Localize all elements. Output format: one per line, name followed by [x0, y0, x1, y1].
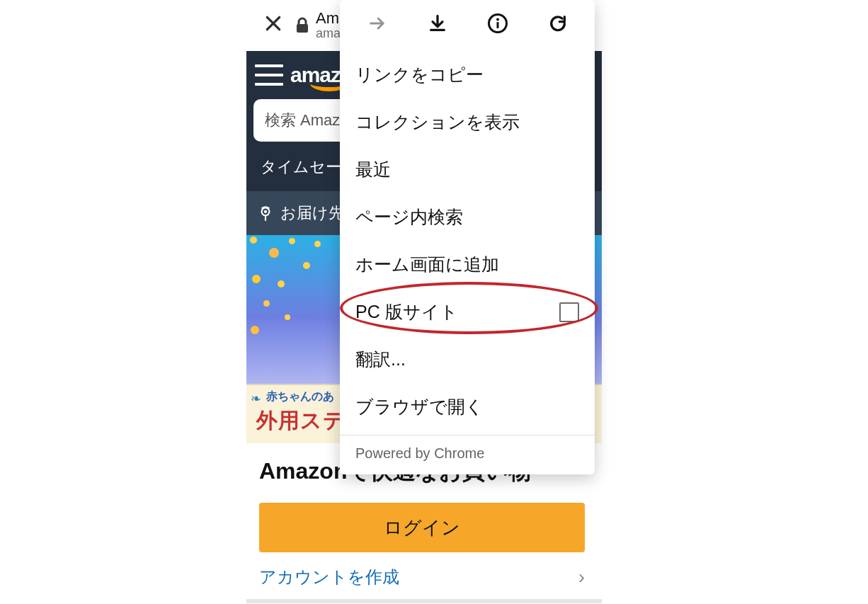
download-icon[interactable] — [418, 7, 457, 40]
menu-footer: Powered by Chrome — [340, 435, 595, 474]
menu-translate[interactable]: 翻訳... — [340, 336, 595, 383]
login-button[interactable]: ログイン — [259, 503, 585, 552]
leaf-icon: ❧ — [251, 391, 261, 406]
info-icon[interactable] — [478, 7, 518, 40]
forward-icon[interactable] — [358, 7, 397, 40]
divider — [246, 599, 602, 603]
desktop-site-checkbox[interactable] — [559, 302, 579, 322]
svg-rect-0 — [297, 24, 308, 33]
menu-open-in-browser[interactable]: ブラウザで開く — [340, 383, 595, 431]
menu-desktop-site[interactable]: PC 版サイト — [340, 288, 595, 336]
tab-title: Am — [316, 10, 341, 27]
menu-item-label: PC 版サイト — [355, 300, 458, 324]
menu-item-label: ブラウザで開く — [355, 395, 484, 418]
menu-item-label: リンクをコピー — [355, 63, 484, 86]
menu-icon[interactable] — [253, 62, 285, 89]
promo-line-2: 外用ステ — [256, 406, 346, 435]
tab-url: ama — [316, 27, 341, 41]
menu-item-label: ページ内検索 — [355, 205, 463, 229]
location-icon — [256, 204, 275, 222]
login-button-label: ログイン — [384, 515, 460, 540]
amazon-logo[interactable]: amaz — [290, 63, 341, 87]
menu-recent[interactable]: 最近 — [340, 146, 595, 193]
create-account-link[interactable]: アカウントを作成 › — [259, 562, 585, 592]
close-icon[interactable] — [255, 13, 292, 38]
menu-add-to-home[interactable]: ホーム画面に追加 — [340, 241, 595, 288]
menu-find-in-page[interactable]: ページ内検索 — [340, 193, 595, 241]
menu-item-label: 最近 — [355, 158, 391, 181]
search-placeholder: 検索 Amazo — [265, 110, 349, 131]
svg-point-4 — [496, 18, 499, 21]
browser-menu: リンクをコピー コレクションを表示 最近 ページ内検索 ホーム画面に追加 PC … — [340, 0, 595, 474]
menu-item-label: 翻訳... — [355, 348, 406, 371]
menu-copy-link[interactable]: リンクをコピー — [340, 51, 595, 98]
create-account-label: アカウントを作成 — [259, 566, 399, 588]
menu-item-label: コレクションを表示 — [355, 110, 520, 134]
reload-icon[interactable] — [538, 7, 578, 40]
menu-item-label: ホーム画面に追加 — [355, 253, 499, 276]
menu-toolbar — [340, 0, 595, 47]
svg-point-2 — [264, 210, 267, 213]
svg-rect-5 — [496, 22, 498, 28]
lock-icon — [292, 17, 313, 34]
promo-line-1: 赤ちゃんのあ — [266, 389, 334, 404]
menu-show-collections[interactable]: コレクションを表示 — [340, 98, 595, 146]
chevron-right-icon: › — [578, 566, 585, 588]
